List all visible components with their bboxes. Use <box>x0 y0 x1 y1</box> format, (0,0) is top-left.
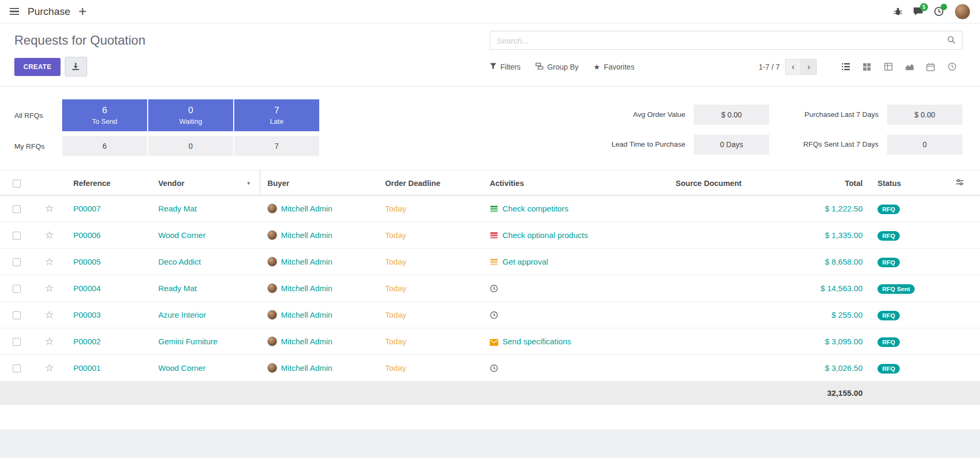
buyer-link[interactable]: Mitchell Admin <box>281 310 333 319</box>
activity-list-icon[interactable] <box>490 231 498 240</box>
my-to-send[interactable]: 6 <box>62 136 147 156</box>
buyer-link[interactable]: Mitchell Admin <box>281 284 333 293</box>
favorite-star-icon[interactable]: ☆ <box>45 256 54 267</box>
reference-link[interactable]: P00007 <box>73 204 101 213</box>
buyer-link[interactable]: Mitchell Admin <box>281 204 333 213</box>
activity-view-icon[interactable] <box>941 58 962 75</box>
favorite-star-icon[interactable]: ☆ <box>45 230 54 241</box>
activity-clock-icon[interactable] <box>490 364 498 372</box>
reference-link[interactable]: P00001 <box>73 363 101 372</box>
select-all-checkbox[interactable] <box>13 180 21 188</box>
source-document-cell <box>668 275 790 302</box>
activity-clock-icon[interactable] <box>490 284 498 293</box>
vendor-link[interactable]: Ready Mat <box>158 284 197 293</box>
search-icon[interactable] <box>947 36 956 46</box>
vendor-link[interactable]: Wood Corner <box>158 231 206 240</box>
activity-clock-icon[interactable] <box>490 311 498 319</box>
table-row[interactable]: ☆ P00006 Wood Corner Mitchell Admin Toda… <box>0 222 980 249</box>
column-header-order-deadline[interactable]: Order Deadline <box>378 171 482 196</box>
vendor-link[interactable]: Wood Corner <box>158 363 206 372</box>
row-checkbox[interactable] <box>13 258 21 266</box>
apps-menu-icon[interactable] <box>10 8 19 15</box>
pivot-view-icon[interactable] <box>877 58 899 75</box>
table-row[interactable]: ☆ P00003 Azure Interior Mitchell Admin T… <box>0 302 980 328</box>
table-row[interactable]: ☆ P00007 Ready Mat Mitchell Admin Today … <box>0 196 980 222</box>
table-row[interactable]: ☆ P00002 Gemini Furniture Mitchell Admin… <box>0 328 980 355</box>
bottom-padding <box>0 405 980 429</box>
reference-link[interactable]: P00006 <box>73 231 101 240</box>
table-row[interactable]: ☆ P00001 Wood Corner Mitchell Admin Toda… <box>0 355 980 381</box>
activity-label[interactable]: Check competitors <box>502 204 568 213</box>
favorite-star-icon[interactable]: ☆ <box>45 283 54 294</box>
column-header-activities[interactable]: Activities <box>482 171 668 196</box>
user-avatar[interactable] <box>955 4 970 20</box>
pager-previous-button[interactable]: ‹ <box>785 59 801 75</box>
column-header-source-document[interactable]: Source Document <box>668 171 790 196</box>
vendor-link[interactable]: Deco Addict <box>158 257 201 266</box>
vendor-link[interactable]: Ready Mat <box>158 204 197 213</box>
my-waiting[interactable]: 0 <box>148 136 233 156</box>
reference-link[interactable]: P00003 <box>73 310 101 319</box>
total-amount: $ 1,222.50 <box>825 204 863 213</box>
vendor-link[interactable]: Azure Interior <box>158 310 206 319</box>
favorite-star-icon[interactable]: ☆ <box>45 336 54 347</box>
activity-list-icon[interactable] <box>490 258 498 266</box>
buyer-link[interactable]: Mitchell Admin <box>281 257 333 266</box>
table-row[interactable]: ☆ P00005 Deco Addict Mitchell Admin Toda… <box>0 249 980 275</box>
favorite-star-icon[interactable]: ☆ <box>45 203 54 214</box>
row-checkbox[interactable] <box>13 311 21 319</box>
buyer-link[interactable]: Mitchell Admin <box>281 231 333 240</box>
activity-mail-icon[interactable] <box>490 339 498 346</box>
table-footer-row: 32,155.00 <box>0 381 980 405</box>
table-footer-total: 32,155.00 <box>790 381 870 405</box>
row-checkbox[interactable] <box>13 232 21 240</box>
my-late[interactable]: 7 <box>234 136 319 156</box>
row-checkbox[interactable] <box>13 285 21 293</box>
kpi-to-send[interactable]: 6 To Send <box>62 99 147 131</box>
vendor-link[interactable]: Gemini Furniture <box>158 337 218 346</box>
create-button[interactable]: CREATE <box>14 58 61 76</box>
column-header-vendor[interactable]: Vendor▼ <box>151 171 260 196</box>
column-header-total[interactable]: Total <box>790 171 870 196</box>
pager-next-button[interactable]: › <box>801 59 817 75</box>
calendar-view-icon[interactable] <box>920 58 941 75</box>
kpi-late[interactable]: 7 Late <box>234 99 319 131</box>
filters-button[interactable]: Filters <box>490 63 521 71</box>
favorite-star-icon[interactable]: ☆ <box>45 362 54 374</box>
status-badge: RFQ <box>877 364 900 374</box>
buyer-link[interactable]: Mitchell Admin <box>281 337 333 346</box>
favorite-star-icon[interactable]: ☆ <box>45 309 54 320</box>
kanban-view-icon[interactable] <box>856 58 877 75</box>
reference-link[interactable]: P00002 <box>73 337 101 346</box>
column-header-status[interactable]: Status <box>870 171 939 196</box>
activities-clock-icon[interactable] <box>934 6 944 16</box>
messages-icon[interactable]: 5 <box>913 7 923 16</box>
column-header-buyer[interactable]: Buyer <box>260 171 378 196</box>
kpi-waiting[interactable]: 0 Waiting <box>148 99 233 131</box>
row-checkbox[interactable] <box>13 338 21 346</box>
status-badge: RFQ Sent <box>877 284 915 294</box>
export-button[interactable] <box>65 57 87 77</box>
favorites-button[interactable]: ★ Favorites <box>593 63 634 71</box>
buyer-link[interactable]: Mitchell Admin <box>281 363 333 372</box>
list-view-icon[interactable] <box>835 58 856 75</box>
graph-view-icon[interactable] <box>899 58 920 75</box>
row-checkbox[interactable] <box>13 364 21 372</box>
source-document-cell <box>668 196 790 222</box>
activity-label[interactable]: Send specifications <box>502 337 571 346</box>
activity-label[interactable]: Get approval <box>502 257 548 266</box>
row-checkbox[interactable] <box>13 205 21 213</box>
debug-bug-icon[interactable] <box>893 7 902 16</box>
app-name[interactable]: Purchase <box>28 6 70 18</box>
activity-list-icon[interactable] <box>490 205 498 213</box>
buyer-avatar <box>267 230 277 240</box>
activity-label[interactable]: Check optional products <box>502 231 588 240</box>
search-input[interactable] <box>497 36 947 45</box>
plus-icon[interactable] <box>79 7 87 15</box>
reference-link[interactable]: P00005 <box>73 257 101 266</box>
column-header-reference[interactable]: Reference <box>66 171 151 196</box>
table-row[interactable]: ☆ P00004 Ready Mat Mitchell Admin Today … <box>0 275 980 302</box>
reference-link[interactable]: P00004 <box>73 284 101 293</box>
optional-columns-icon[interactable] <box>956 180 964 188</box>
group-by-button[interactable]: Group By <box>535 63 578 71</box>
